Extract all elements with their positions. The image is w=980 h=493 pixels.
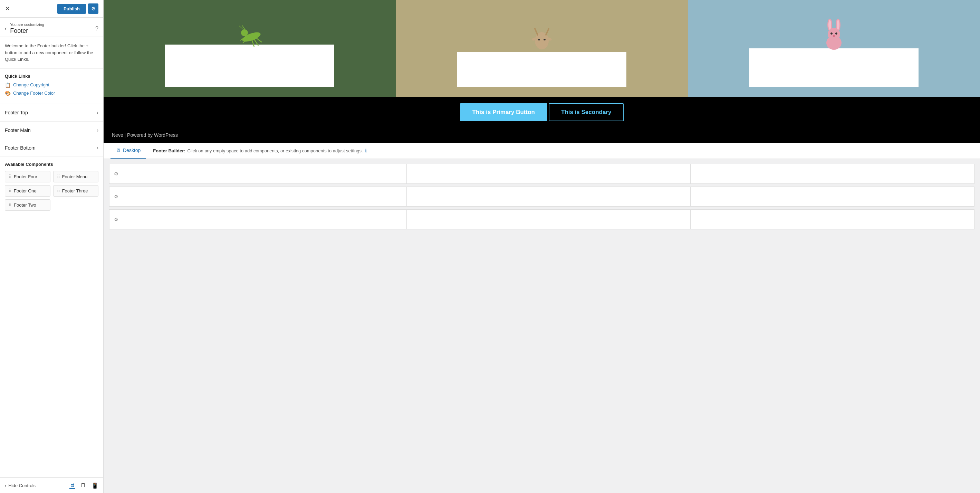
footer-main-label: Footer Main: [5, 128, 31, 133]
publish-button[interactable]: Publish: [57, 4, 86, 14]
row-3-cell-2[interactable]: [407, 210, 690, 229]
row-1-cell-2[interactable]: [407, 164, 690, 183]
row-1-cell-3[interactable]: [690, 164, 974, 183]
main-area: This is Primary Button This is Secondary…: [103, 0, 980, 493]
svg-line-8: [242, 25, 245, 30]
hide-controls-arrow-icon: ‹: [5, 483, 6, 488]
top-bar: ✕ Publish ⚙: [0, 0, 103, 18]
svg-line-11: [535, 29, 538, 35]
quick-links-title: Quick Links: [5, 73, 99, 79]
svg-point-23: [830, 32, 832, 35]
welcome-text: Welcome to the Footer builder! Click the…: [0, 37, 103, 69]
image-grid: [103, 0, 980, 97]
row-2-gear-button[interactable]: ⚙: [110, 187, 123, 206]
back-row: ‹ You are customizing Footer ?: [0, 18, 103, 37]
desktop-device-button[interactable]: 🖥: [69, 482, 75, 489]
footer-one-label: Footer One: [14, 188, 37, 193]
svg-point-25: [833, 35, 835, 37]
secondary-button[interactable]: This is Secondary: [549, 103, 624, 121]
buttons-row: This is Primary Button This is Secondary: [103, 97, 980, 128]
copyright-icon: 📋: [5, 82, 11, 88]
svg-line-12: [546, 29, 549, 35]
row-3-cell-1[interactable]: [123, 210, 407, 229]
footer-three-label: Footer Three: [62, 188, 88, 193]
drag-handle-icon: ⠿: [9, 203, 12, 207]
builder-hint: Footer Builder: Click on any empty space…: [153, 148, 366, 153]
row-1-cell-1[interactable]: [123, 164, 407, 183]
customizing-label: You are customizing: [10, 22, 44, 27]
customizing-area: You are customizing Footer: [10, 22, 44, 35]
footer-bottom-section[interactable]: Footer Bottom ›: [0, 139, 103, 157]
svg-point-22: [837, 20, 840, 30]
builder-hint-text: Click on any empty space to add componen…: [188, 148, 363, 153]
builder-row-2: ⚙: [109, 187, 974, 207]
drag-handle-icon: ⠿: [9, 188, 12, 193]
bottom-controls: ‹ Hide Controls 🖥 🗒 📱: [0, 477, 103, 493]
close-button[interactable]: ✕: [5, 5, 10, 13]
row-2-cell-3[interactable]: [690, 187, 974, 206]
mobile-device-button[interactable]: 📱: [92, 482, 99, 489]
preview-area: This is Primary Button This is Secondary…: [103, 0, 980, 143]
change-footer-color-label: Change Footer Color: [13, 91, 55, 96]
footer-menu-label: Footer Menu: [62, 174, 88, 179]
hide-controls-label: Hide Controls: [8, 483, 35, 488]
left-panel: ✕ Publish ⚙ ‹ You are customizing Footer…: [0, 0, 103, 493]
desktop-tab[interactable]: 🖥 Desktop: [110, 143, 146, 159]
quick-links-section: Quick Links 📋 Change Copyright 🎨 Change …: [0, 69, 103, 104]
drag-handle-icon: ⠿: [57, 188, 60, 193]
components-grid: ⠿ Footer Four ⠿ Footer Menu ⠿ Footer One…: [5, 171, 99, 211]
settings-gear-button[interactable]: ⚙: [88, 3, 99, 14]
drag-handle-icon: ⠿: [9, 174, 12, 179]
builder-row-3: ⚙: [109, 209, 974, 230]
svg-point-21: [829, 20, 831, 30]
image-cell-3: [688, 0, 980, 97]
footer-top-section[interactable]: Footer Top ›: [0, 104, 103, 121]
row-2-cell-2[interactable]: [407, 187, 690, 206]
tablet-device-button[interactable]: 🗒: [80, 482, 86, 488]
change-footer-color-link[interactable]: 🎨 Change Footer Color: [5, 91, 99, 96]
back-button[interactable]: ‹: [5, 26, 6, 32]
footer-info-bar: Neve | Powered by WordPress: [103, 128, 980, 143]
chevron-right-icon: ›: [97, 110, 99, 116]
desktop-tab-label: Desktop: [123, 148, 140, 153]
customizing-title: Footer: [10, 27, 44, 35]
footer-four-label: Footer Four: [14, 174, 37, 179]
image-cell-2: [396, 0, 688, 97]
drag-handle-icon: ⠿: [57, 174, 60, 179]
primary-button[interactable]: This is Primary Button: [460, 103, 547, 121]
chevron-right-icon: ›: [97, 127, 99, 133]
builder-row-1: ⚙: [109, 164, 974, 184]
svg-point-1: [241, 29, 248, 36]
svg-point-10: [537, 40, 547, 48]
svg-point-24: [835, 32, 837, 35]
builder-section: 🖥 Desktop Footer Builder: Click on any e…: [103, 143, 980, 493]
image-cell-1: [103, 0, 396, 97]
change-copyright-link[interactable]: 📋 Change Copyright: [5, 82, 99, 88]
footer-menu-component[interactable]: ⠿ Footer Menu: [53, 171, 99, 182]
help-button[interactable]: ?: [95, 26, 99, 32]
hide-controls-button[interactable]: ‹ Hide Controls: [5, 483, 35, 488]
available-components-section: Available Components ⠿ Footer Four ⠿ Foo…: [0, 157, 103, 215]
publish-area: Publish ⚙: [57, 3, 99, 14]
builder-grid: ⚙ ⚙ ⚙: [103, 159, 980, 234]
tab-bar: 🖥 Desktop Footer Builder: Click on any e…: [103, 143, 980, 159]
footer-one-component[interactable]: ⠿ Footer One: [5, 185, 51, 196]
footer-three-component[interactable]: ⠿ Footer Three: [53, 185, 99, 196]
footer-bottom-label: Footer Bottom: [5, 145, 35, 151]
footer-two-label: Footer Two: [14, 203, 36, 207]
footer-main-section[interactable]: Footer Main ›: [0, 121, 103, 139]
svg-point-15: [538, 39, 540, 40]
available-components-title: Available Components: [5, 162, 99, 167]
row-1-gear-button[interactable]: ⚙: [110, 164, 123, 183]
change-copyright-label: Change Copyright: [13, 82, 49, 88]
color-icon: 🎨: [5, 91, 11, 96]
footer-top-label: Footer Top: [5, 110, 28, 115]
row-3-gear-button[interactable]: ⚙: [110, 210, 123, 229]
row-3-cell-3[interactable]: [690, 210, 974, 229]
info-icon[interactable]: ℹ: [365, 148, 367, 153]
desktop-tab-icon: 🖥: [116, 148, 121, 153]
builder-hint-bold: Footer Builder:: [153, 148, 185, 153]
footer-four-component[interactable]: ⠿ Footer Four: [5, 171, 51, 182]
footer-two-component[interactable]: ⠿ Footer Two: [5, 199, 51, 211]
row-2-cell-1[interactable]: [123, 187, 407, 206]
